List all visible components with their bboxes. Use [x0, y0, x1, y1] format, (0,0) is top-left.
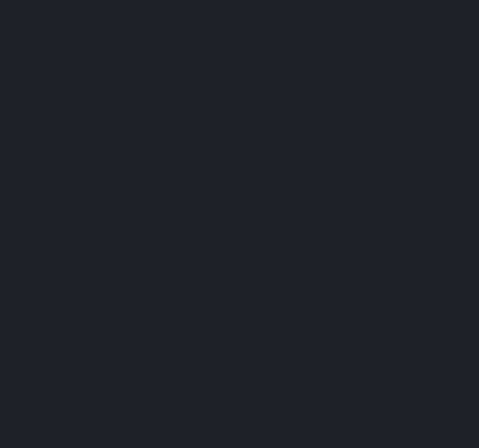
edge-layer: [0, 0, 479, 448]
